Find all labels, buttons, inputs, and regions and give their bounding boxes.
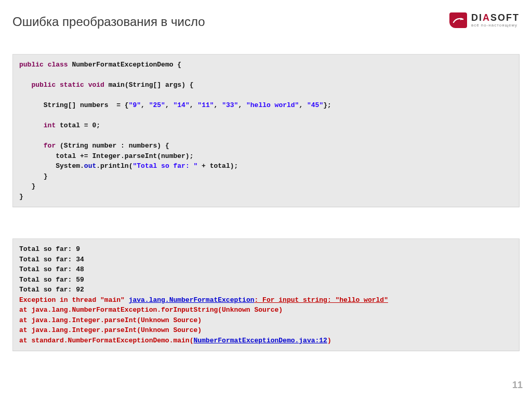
logo-mark-icon <box>449 12 467 28</box>
logo: DIASOFT всё по-настоящему <box>449 12 520 28</box>
page-number: 11 <box>512 380 523 391</box>
logo-text: DIASOFT всё по-настоящему <box>471 13 520 28</box>
output-block: Total so far: 9 Total so far: 34 Total s… <box>12 238 520 351</box>
output-line: Total so far: 9 <box>19 245 80 253</box>
slide: Ошибка преобразования в число DIASOFT вс… <box>0 0 532 399</box>
code-block: public class NumberFormatExceptionDemo {… <box>12 54 520 207</box>
stacktrace-line: at standard.NumberFormatExceptionDemo.ma… <box>19 337 331 344</box>
logo-tagline: всё по-настоящему <box>471 23 520 28</box>
output-line: Total so far: 34 <box>19 256 84 263</box>
header: Ошибка преобразования в число DIASOFT вс… <box>12 15 520 29</box>
stacktrace-line: at java.lang.Integer.parseInt(Unknown So… <box>19 326 202 334</box>
output-line: Total so far: 59 <box>19 276 84 284</box>
stacktrace-line: at java.lang.NumberFormatException.forIn… <box>19 306 283 314</box>
logo-word: DIASOFT <box>471 13 520 23</box>
output-line: Total so far: 48 <box>19 265 84 273</box>
stacktrace-line: at java.lang.Integer.parseInt(Unknown So… <box>19 316 202 324</box>
slide-title: Ошибка преобразования в число <box>12 15 520 29</box>
exception-line: Exception in thread "main" java.lang.Num… <box>19 296 388 304</box>
output-line: Total so far: 92 <box>19 286 84 294</box>
